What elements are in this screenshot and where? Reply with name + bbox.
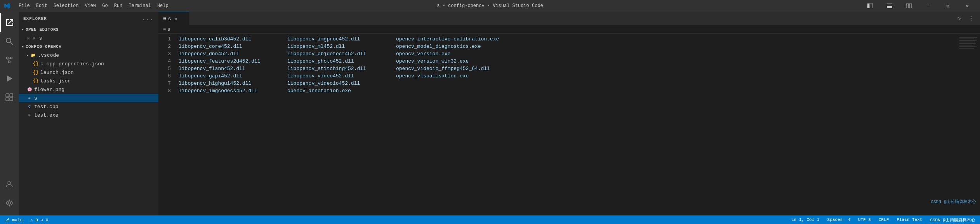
activity-explorer[interactable] xyxy=(0,13,19,32)
status-bar: ⎇ main ⚠ 0 ⊙ 0 Ln 1, Col 1 Spaces: 4 UTF… xyxy=(0,215,980,224)
exe-icon: ≡ xyxy=(26,112,33,118)
menu-selection[interactable]: Selection xyxy=(50,2,82,10)
svg-rect-23 xyxy=(959,42,975,42)
menu-file[interactable]: File xyxy=(16,2,33,10)
tab-bar: ≡ s ✕ ▷ ⋮ xyxy=(158,12,980,25)
config-opencv-chevron: ▾ xyxy=(22,45,24,49)
test-cpp-file[interactable]: C test.cpp xyxy=(19,102,158,111)
status-encoding[interactable]: UTF-8 xyxy=(857,217,872,222)
launch-json-file[interactable]: {} launch.json xyxy=(19,68,158,77)
svg-rect-1 xyxy=(869,4,873,8)
activity-run-debug[interactable] xyxy=(0,69,19,88)
debug-button[interactable]: ⋮ xyxy=(965,13,977,24)
svg-rect-15 xyxy=(10,94,13,97)
tasks-json-icon: {} xyxy=(33,78,39,84)
config-opencv-header[interactable]: ▾ CONFIG-OPENCV xyxy=(19,42,158,51)
code-col1: libopencv_highgui452.dll xyxy=(179,80,287,87)
code-col2: libopencv_imgproc452.dll xyxy=(287,35,396,43)
main-area: EXPLORER ... ▾ OPEN EDITORS ✕ ≡ s ▾ CONF… xyxy=(0,12,980,215)
code-col1: libopencv_features2d452.dll xyxy=(179,58,287,65)
close-s-icon[interactable]: ✕ xyxy=(26,35,30,42)
menu-go[interactable]: Go xyxy=(99,2,111,10)
activity-settings[interactable] xyxy=(0,194,19,212)
code-col3: opencv_model_diagnostics.exe xyxy=(396,43,481,50)
c-cpp-properties-file[interactable]: {} c_cpp_properties.json xyxy=(19,60,158,68)
line-4: 4 xyxy=(168,58,171,65)
cpp-icon: C xyxy=(26,103,33,110)
svg-rect-25 xyxy=(959,45,973,46)
svg-rect-3 xyxy=(887,6,892,8)
test-exe-file[interactable]: ≡ test.exe xyxy=(19,111,158,119)
run-controls: ▷ ⋮ xyxy=(954,13,980,24)
status-branch[interactable]: ⎇ main xyxy=(3,217,24,222)
tab-s-close[interactable]: ✕ xyxy=(174,16,177,22)
launch-json-icon: {} xyxy=(33,69,39,75)
title-bar-left: File Edit Selection View Go Run Terminal… xyxy=(4,2,172,10)
activity-source-control[interactable] xyxy=(0,51,19,69)
status-spaces[interactable]: Spaces: 4 xyxy=(826,217,852,222)
code-col2: libopencv_video452.dll xyxy=(287,72,396,80)
code-col3: opencv_visualisation.exe xyxy=(396,72,469,80)
run-button[interactable]: ▷ xyxy=(954,13,965,24)
toggle-sidebar-button[interactable] xyxy=(861,0,879,12)
restore-button[interactable]: ⊡ xyxy=(939,0,957,12)
svg-line-7 xyxy=(10,42,13,45)
close-button[interactable]: ✕ xyxy=(958,0,976,12)
tab-s-icon: ≡ xyxy=(163,16,166,22)
open-editors-tree: ✕ ≡ s xyxy=(19,34,158,42)
code-col2: libopencv_photo452.dll xyxy=(287,58,396,65)
svg-rect-17 xyxy=(10,98,13,101)
minimize-button[interactable]: — xyxy=(919,0,937,12)
open-editor-s[interactable]: ✕ ≡ s xyxy=(19,34,158,42)
activity-search[interactable] xyxy=(0,32,19,51)
s-file[interactable]: ≡ s xyxy=(19,94,158,102)
tasks-json-label: tasks.json xyxy=(40,78,71,84)
status-errors[interactable]: ⚠ 0 ⊙ 0 xyxy=(29,217,50,222)
line-6: 6 xyxy=(168,72,171,80)
menu-view[interactable]: View xyxy=(82,2,99,10)
code-col3: opencv_videoio_ffmpeg452_64.dll xyxy=(396,65,490,72)
code-col2: opencv_annotation.exe xyxy=(287,87,396,94)
code-col1: libopencv_flann452.dll xyxy=(179,65,287,72)
code-line: libopencv_dnn452.dlllibopencv_objdetect4… xyxy=(179,50,957,58)
svg-point-10 xyxy=(9,61,10,63)
status-language[interactable]: Plain Text xyxy=(895,217,924,222)
activity-accounts[interactable] xyxy=(0,175,19,194)
open-editors-header[interactable]: ▾ OPEN EDITORS xyxy=(19,25,158,34)
test-cpp-label: test.cpp xyxy=(34,104,58,110)
activity-bar xyxy=(0,12,19,215)
line-1: 1 xyxy=(168,35,171,43)
c-cpp-properties-label: c_cpp_properties.json xyxy=(40,61,104,67)
svg-rect-26 xyxy=(959,46,977,47)
tab-s[interactable]: ≡ s ✕ xyxy=(158,12,189,25)
menu-help[interactable]: Help xyxy=(154,2,172,10)
window-controls: — ⊡ ✕ xyxy=(861,0,976,12)
menu-run[interactable]: Run xyxy=(111,2,126,10)
tab-s-label: s xyxy=(168,16,171,22)
code-col3: opencv_version.exe xyxy=(396,50,450,58)
s-icon: ≡ xyxy=(26,95,33,101)
code-line: libopencv_highgui452.dlllibopencv_videoi… xyxy=(179,80,957,87)
code-area[interactable]: libopencv_calib3d452.dlllibopencv_imgpro… xyxy=(174,34,957,215)
menu-edit[interactable]: Edit xyxy=(33,2,50,10)
svg-rect-20 xyxy=(959,37,977,38)
status-position[interactable]: Ln 1, Col 1 xyxy=(790,217,821,222)
toggle-panel-button[interactable] xyxy=(881,0,898,12)
menu-terminal[interactable]: Terminal xyxy=(125,2,154,10)
line-7: 7 xyxy=(168,80,171,87)
sidebar-more-button[interactable]: ... xyxy=(141,15,154,22)
vscode-folder[interactable]: ▸ 📁 .vscode xyxy=(19,51,158,60)
line-2: 2 xyxy=(168,43,171,50)
activity-extensions[interactable] xyxy=(0,88,19,107)
json-icon: {} xyxy=(33,61,39,67)
code-col1: libopencv_dnn452.dll xyxy=(179,50,287,58)
tasks-json-file[interactable]: {} tasks.json xyxy=(19,77,158,85)
test-exe-label: test.exe xyxy=(34,112,58,118)
split-editor-button[interactable] xyxy=(900,0,918,12)
svg-marker-12 xyxy=(7,75,12,82)
code-col3: opencv_version_win32.exe xyxy=(396,58,469,65)
open-editors-chevron: ▾ xyxy=(22,28,24,32)
status-eol[interactable]: CRLF xyxy=(877,217,890,222)
svg-rect-24 xyxy=(959,43,976,44)
flower-png-file[interactable]: 🌸 flower.png xyxy=(19,85,158,94)
